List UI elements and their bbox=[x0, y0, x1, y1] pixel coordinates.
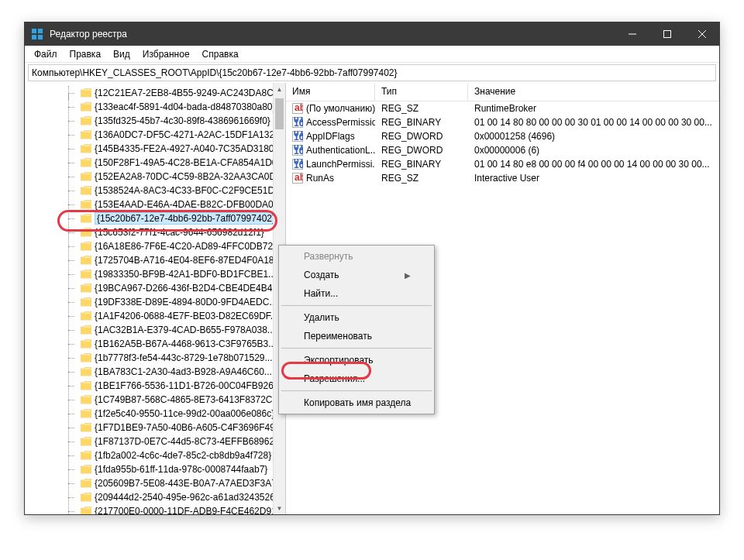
tree-item[interactable]: {12C21EA7-2EB8-4B55-9249-AC243DA8C666} bbox=[59, 86, 285, 100]
tree-item-label: {209444d2-2540-495e-962c-a61ad3243526} bbox=[95, 492, 278, 503]
tree-item[interactable]: {1AC32B1A-E379-4CAD-B655-F978A038... bbox=[59, 323, 285, 337]
folder-icon bbox=[81, 270, 91, 279]
tree-item[interactable]: {133eac4f-5891-4d04-bada-d84870380a80} bbox=[59, 100, 285, 114]
menu-view[interactable]: Вид bbox=[107, 47, 136, 61]
ctx-rename[interactable]: Переименовать bbox=[281, 327, 432, 345]
ctx-new[interactable]: Создать▶ bbox=[281, 266, 432, 284]
tree-item[interactable]: {1BE1F766-5536-11D1-B726-00C04FB926AF} bbox=[59, 379, 285, 393]
value-row[interactable]: 011100AccessPermissionREG_BINARY01 00 14… bbox=[286, 115, 719, 129]
address-bar[interactable]: Компьютер\HKEY_CLASSES_ROOT\AppID\{15c20… bbox=[28, 64, 716, 81]
folder-icon bbox=[81, 214, 91, 223]
tree-panel: {12C21EA7-2EB8-4B55-9249-AC243DA8C666}{1… bbox=[25, 83, 286, 514]
scroll-up-button[interactable]: ▲ bbox=[274, 83, 285, 95]
folder-icon bbox=[81, 186, 91, 195]
ctx-find[interactable]: Найти... bbox=[281, 284, 432, 303]
tree-item[interactable]: {1fda955b-61ff-11da-978c-0008744faab7} bbox=[59, 462, 285, 476]
value-data-cell: 01 00 14 80 80 00 00 00 30 01 00 00 14 0… bbox=[468, 117, 719, 128]
tree-item[interactable]: {1C749B87-568C-4865-8E73-6413F8372CE6} bbox=[59, 393, 285, 407]
value-row[interactable]: 011100AppIDFlagsREG_DWORD0x00001258 (469… bbox=[286, 129, 719, 143]
value-type-cell: REG_DWORD bbox=[375, 131, 468, 142]
folder-icon bbox=[81, 102, 91, 112]
tree-item[interactable]: {1fb2a002-4c6c-4de7-85c2-cb8db9a4f728} bbox=[59, 448, 285, 462]
tree-item[interactable]: {1B162A5B-B67A-4468-9613-C3F9765B3... bbox=[59, 337, 285, 351]
titlebar[interactable]: Редактор реестра bbox=[25, 22, 719, 46]
ctx-delete[interactable]: Удалить bbox=[281, 308, 432, 327]
ctx-copy-key-name[interactable]: Копировать имя раздела bbox=[281, 393, 432, 412]
value-row[interactable]: ab(По умолчанию)REG_SZRuntimeBroker bbox=[286, 101, 719, 115]
tree-item[interactable]: {1538524A-8AC3-4C33-BF0C-C2F9CE51DD50} bbox=[59, 184, 285, 198]
folder-icon bbox=[81, 297, 91, 307]
svg-text:100: 100 bbox=[294, 146, 303, 156]
folder-icon bbox=[81, 200, 91, 209]
ctx-separator bbox=[281, 390, 432, 391]
tree-item[interactable]: {205609B7-5E08-443E-B0A7-A7AED3F3A717} bbox=[59, 476, 285, 490]
tree-item[interactable]: {15c20b67-12e7-4bb6-92bb-7aff07997402} bbox=[59, 211, 285, 225]
tree-item-label: {136A0DC7-DF5C-4271-A2AC-15DF1A1323F2} bbox=[95, 129, 286, 140]
value-name-cell: 011100LaunchPermissi... bbox=[286, 159, 375, 170]
tree-item[interactable]: {145B4335-FE2A-4927-A040-7C35AD3180EF} bbox=[59, 142, 285, 156]
value-row[interactable]: 011100AuthenticationL...REG_DWORD0x00000… bbox=[286, 143, 719, 157]
folder-icon bbox=[81, 116, 91, 125]
tree-item[interactable]: {152EA2A8-70DC-4C59-8B2A-32AA3CA0DCAC} bbox=[59, 170, 285, 184]
binary-value-icon: 011100 bbox=[292, 131, 303, 142]
ctx-separator bbox=[281, 348, 432, 349]
tree-item-label: {19833350-BF9B-42A1-BDF0-BD1FCBE1... bbox=[95, 269, 276, 280]
scroll-down-button[interactable]: ▼ bbox=[274, 502, 285, 514]
close-button[interactable] bbox=[684, 22, 719, 46]
value-data-cell: Interactive User bbox=[468, 173, 719, 184]
tree-item[interactable]: {19833350-BF9B-42A1-BDF0-BD1FCBE1... bbox=[59, 267, 285, 281]
folder-icon bbox=[81, 144, 91, 153]
folder-icon bbox=[81, 130, 91, 139]
tree-item-label: {15c20b67-12e7-4bb6-92bb-7aff07997402} bbox=[95, 212, 277, 225]
tree-item[interactable]: {217700E0-0000-11DF-ADB9-F4CE462D9137} bbox=[59, 504, 285, 514]
folder-icon bbox=[81, 311, 91, 321]
column-value[interactable]: Значение bbox=[468, 83, 719, 101]
value-row[interactable]: 011100LaunchPermissi...REG_BINARY01 00 1… bbox=[286, 157, 719, 171]
folder-icon bbox=[81, 353, 91, 362]
menu-help[interactable]: Справка bbox=[196, 47, 245, 61]
tree-item[interactable]: {209444d2-2540-495e-962c-a61ad3243526} bbox=[59, 490, 285, 504]
tree-item[interactable]: {1BA783C1-2A30-4ad3-B928-A9A46C60... bbox=[59, 365, 285, 379]
tree-item[interactable]: {1f2e5c40-9550-11ce-99d2-00aa006e086c} bbox=[59, 407, 285, 421]
value-type-cell: REG_SZ bbox=[375, 173, 468, 184]
tree-item-label: {1A1F4206-0688-4E7F-BE03-D82EC69DF... bbox=[95, 311, 278, 321]
tree-item[interactable]: {153E4AAD-E46A-4DAE-B82C-DFB00DA0FE44} bbox=[59, 198, 285, 211]
folder-icon bbox=[81, 228, 91, 237]
tree-item[interactable]: {136A0DC7-DF5C-4271-A2AC-15DF1A1323F2} bbox=[59, 128, 285, 142]
svg-rect-3 bbox=[38, 35, 43, 40]
tree-item[interactable]: {15c653f2-77f1-4cac-9644-656982d12f1} bbox=[59, 225, 285, 239]
tree-item[interactable]: {1F7D1BE9-7A50-40B6-A605-C4F3696F49C0} bbox=[59, 421, 285, 435]
tree-item-label: {133eac4f-5891-4d04-bada-d84870380a80} bbox=[95, 101, 276, 112]
tree-item[interactable]: {16A18E86-7F6E-4C20-AD89-4FFC0DB72... bbox=[59, 239, 285, 253]
svg-text:ab: ab bbox=[294, 173, 303, 183]
app-icon bbox=[31, 28, 43, 40]
svg-rect-0 bbox=[32, 29, 36, 33]
menu-file[interactable]: Файл bbox=[28, 47, 64, 61]
tree-item[interactable]: {1F87137D-0E7C-44d5-8C73-4EFFB68962F2} bbox=[59, 435, 285, 448]
scroll-thumb[interactable] bbox=[275, 98, 284, 129]
value-row[interactable]: abRunAsREG_SZInteractive User bbox=[286, 171, 719, 185]
svg-text:100: 100 bbox=[294, 160, 303, 170]
menu-edit[interactable]: Правка bbox=[64, 47, 108, 61]
ctx-export[interactable]: Экспортировать bbox=[281, 351, 432, 369]
tree-item-label: {1b7778f3-fe54-443c-8729-1e78b071529... bbox=[95, 352, 273, 363]
tree-item[interactable]: {135fd325-45b7-4c30-89f8-4386961669f0} bbox=[59, 114, 285, 128]
ctx-permissions[interactable]: Разрешения... bbox=[281, 369, 432, 388]
tree-item-label: {217700E0-0000-11DF-ADB9-F4CE462D9137} bbox=[95, 506, 286, 514]
tree-item[interactable]: {1725704B-A716-4E04-8EF6-87ED4F0A18... bbox=[59, 253, 285, 267]
tree-item[interactable]: {19BCA967-D266-436f-B2D4-CBE4DE4B4... bbox=[59, 281, 285, 295]
tree-item[interactable]: {1b7778f3-fe54-443c-8729-1e78b071529... bbox=[59, 351, 285, 365]
column-name[interactable]: Имя bbox=[286, 83, 375, 101]
value-data-cell: 0x00000006 (6) bbox=[468, 145, 719, 156]
maximize-button[interactable] bbox=[649, 22, 684, 46]
tree-item[interactable]: {1A1F4206-0688-4E7F-BE03-D82EC69DF... bbox=[59, 309, 285, 323]
tree-item[interactable]: {19DF338E-D89E-4894-80D0-9FD4AEDC... bbox=[59, 295, 285, 309]
folder-icon bbox=[81, 423, 91, 432]
folder-icon bbox=[81, 325, 91, 335]
tree-item[interactable]: {150F28F1-49A5-4C28-BE1A-CFA854A1D04B} bbox=[59, 156, 285, 170]
minimize-button[interactable] bbox=[615, 22, 649, 46]
svg-text:100: 100 bbox=[294, 132, 303, 142]
column-type[interactable]: Тип bbox=[375, 83, 468, 101]
menu-favorites[interactable]: Избранное bbox=[136, 47, 196, 61]
folder-icon bbox=[81, 158, 91, 167]
